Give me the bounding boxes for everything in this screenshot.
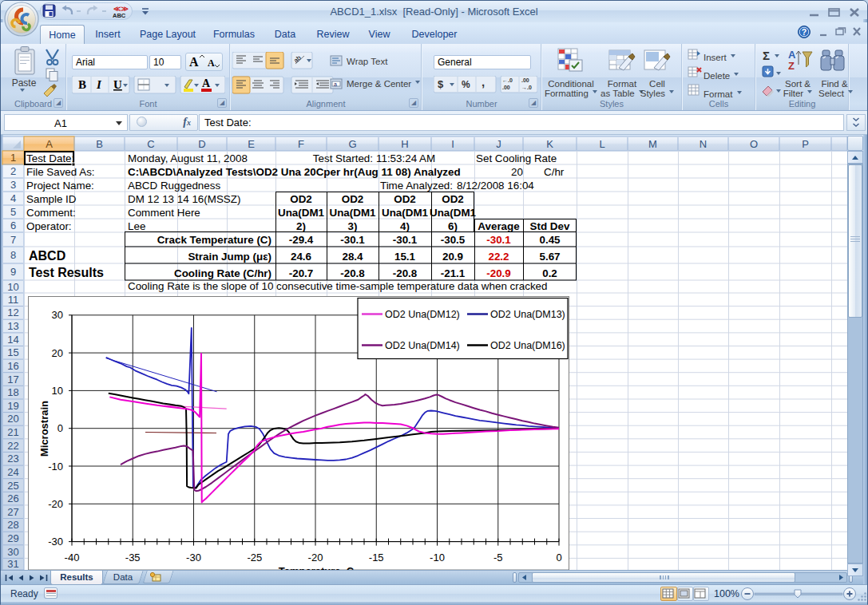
- svg-text:13: 13: [7, 320, 18, 332]
- svg-text:11: 11: [8, 294, 19, 306]
- svg-text:9: 9: [10, 266, 16, 278]
- svg-text:21: 21: [7, 426, 18, 438]
- svg-text:7: 7: [10, 234, 16, 246]
- svg-text:10: 10: [7, 281, 18, 293]
- svg-text:Cooling Rate is the slope of 1: Cooling Rate is the slope of 10 consecut…: [128, 280, 548, 292]
- svg-text:Strain Jump (με): Strain Jump (με): [188, 251, 271, 263]
- svg-text:F: F: [298, 138, 304, 150]
- svg-text:ABC: ABC: [113, 12, 126, 19]
- svg-text:-15: -15: [369, 552, 384, 563]
- svg-text:Cooling Rate (C/hr): Cooling Rate (C/hr): [174, 267, 271, 279]
- svg-text:O: O: [750, 138, 758, 150]
- svg-text:Comment Here: Comment Here: [128, 207, 200, 219]
- svg-text:Std Dev: Std Dev: [530, 220, 570, 232]
- svg-text:Comment:: Comment:: [26, 207, 76, 219]
- svg-text:-30.1: -30.1: [486, 234, 511, 246]
- svg-text:M: M: [648, 138, 657, 150]
- svg-text:-5: -5: [493, 552, 503, 563]
- svg-text:I: I: [451, 138, 454, 150]
- svg-text:19: 19: [7, 400, 18, 412]
- svg-text:-21.1: -21.1: [441, 267, 466, 279]
- svg-text:12: 12: [7, 306, 18, 318]
- svg-text:11:53:24 AM: 11:53:24 AM: [376, 152, 435, 164]
- svg-text:20: 20: [7, 413, 18, 425]
- svg-text:?: ?: [802, 27, 807, 37]
- svg-text:OD2 Una(DM13): OD2 Una(DM13): [490, 309, 565, 320]
- svg-text:-30.1: -30.1: [393, 234, 418, 246]
- svg-text:0: 0: [57, 422, 63, 434]
- svg-text:29: 29: [7, 532, 18, 544]
- svg-text:N: N: [700, 138, 707, 150]
- svg-text:20: 20: [511, 166, 523, 178]
- svg-text:-30.5: -30.5: [441, 234, 466, 246]
- svg-text:Crack Temperature (C): Crack Temperature (C): [157, 234, 271, 246]
- svg-text:Time Analyzed:: Time Analyzed:: [380, 180, 453, 192]
- svg-text:L: L: [599, 138, 604, 150]
- svg-text:Set Cooling Rate: Set Cooling Rate: [476, 152, 557, 164]
- svg-text:Monday, August 11, 2008: Monday, August 11, 2008: [128, 152, 248, 164]
- svg-text:2: 2: [10, 165, 16, 177]
- svg-text:Una(DM1: Una(DM1: [382, 207, 429, 219]
- svg-text:OD2: OD2: [442, 193, 464, 205]
- svg-text:-20: -20: [48, 498, 63, 510]
- svg-text:-20.8: -20.8: [393, 267, 418, 279]
- svg-text:27: 27: [7, 506, 18, 518]
- svg-text:15: 15: [7, 346, 18, 358]
- svg-text:2): 2): [296, 220, 306, 232]
- svg-text:0: 0: [556, 552, 561, 563]
- svg-text:Test Started:: Test Started:: [313, 152, 373, 164]
- svg-text:1: 1: [10, 152, 16, 164]
- svg-text:30: 30: [7, 546, 18, 558]
- svg-text:Una(DM1: Una(DM1: [278, 207, 325, 219]
- svg-text:17: 17: [7, 374, 18, 386]
- svg-text:26: 26: [7, 492, 18, 504]
- svg-text:Project Name:: Project Name:: [26, 180, 94, 192]
- svg-text:G: G: [348, 138, 356, 150]
- svg-text:C:\ABCD\Analyzed Tests\OD2 Una: C:\ABCD\Analyzed Tests\OD2 Una 20Cper hr…: [128, 166, 461, 178]
- svg-text:-40: -40: [65, 552, 80, 563]
- svg-text:28: 28: [7, 519, 18, 531]
- svg-text:K: K: [546, 138, 553, 150]
- svg-text:DM 12 13 14 16(MSSZ): DM 12 13 14 16(MSSZ): [128, 193, 240, 205]
- svg-text:OD2 Una(DM16): OD2 Una(DM16): [490, 340, 565, 351]
- svg-text:Una(DM1: Una(DM1: [329, 207, 376, 219]
- svg-text:4): 4): [400, 220, 410, 232]
- svg-text:28.4: 28.4: [342, 251, 363, 263]
- svg-text:-30.1: -30.1: [340, 234, 365, 246]
- svg-text:30: 30: [52, 309, 63, 321]
- svg-text:-30: -30: [48, 536, 63, 548]
- svg-text:6): 6): [448, 220, 458, 232]
- svg-text:5: 5: [10, 206, 16, 218]
- svg-text:5.67: 5.67: [539, 251, 560, 263]
- svg-text:23: 23: [7, 453, 18, 465]
- svg-text:OD2: OD2: [394, 193, 416, 205]
- svg-text:Test Results: Test Results: [29, 266, 104, 279]
- svg-text:B: B: [96, 138, 103, 150]
- svg-text:-10: -10: [430, 552, 445, 563]
- svg-text:-20.7: -20.7: [289, 267, 314, 279]
- svg-text:Average: Average: [478, 220, 519, 232]
- svg-text:18: 18: [7, 386, 18, 398]
- svg-text:-35: -35: [125, 552, 141, 563]
- svg-text:15.1: 15.1: [394, 251, 416, 263]
- svg-text:20.9: 20.9: [442, 251, 463, 263]
- svg-text:OD2 Una(DM12): OD2 Una(DM12): [385, 309, 460, 320]
- svg-text:File Saved As:: File Saved As:: [26, 166, 95, 178]
- svg-text:C: C: [147, 138, 154, 150]
- svg-text:14: 14: [7, 334, 18, 346]
- svg-text:C/hr: C/hr: [544, 166, 565, 178]
- svg-text:-29.4: -29.4: [289, 234, 314, 246]
- svg-text:-25: -25: [247, 552, 262, 563]
- svg-text:P: P: [802, 138, 809, 150]
- svg-text:OD2 Una(DM14): OD2 Una(DM14): [385, 340, 460, 351]
- svg-text:OD2: OD2: [290, 193, 312, 205]
- svg-text:22.2: 22.2: [488, 251, 509, 263]
- svg-text:Una(DM1: Una(DM1: [430, 207, 477, 219]
- svg-text:OD2: OD2: [342, 193, 364, 205]
- svg-text:8: 8: [10, 249, 16, 261]
- svg-text:0.45: 0.45: [539, 234, 561, 246]
- svg-text:ABCD: ABCD: [29, 249, 65, 263]
- svg-text:24: 24: [7, 466, 18, 478]
- svg-text:6: 6: [10, 219, 16, 231]
- svg-text:J: J: [496, 138, 501, 150]
